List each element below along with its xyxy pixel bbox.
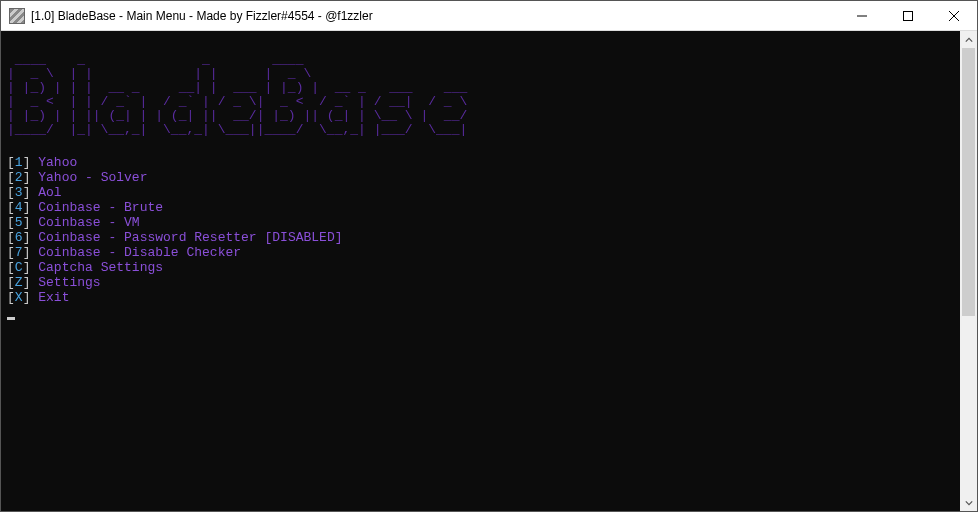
chevron-up-icon — [965, 36, 973, 44]
menu-item[interactable]: [C] Captcha Settings — [7, 260, 954, 275]
menu-key: X — [15, 290, 23, 305]
app-icon — [9, 8, 25, 24]
bracket-open: [ — [7, 230, 15, 245]
bracket-close: ] — [23, 260, 39, 275]
menu-item[interactable]: [5] Coinbase - VM — [7, 215, 954, 230]
bracket-close: ] — [23, 290, 39, 305]
menu-label: Exit — [38, 290, 69, 305]
close-icon — [949, 11, 959, 21]
menu-label: Yahoo — [38, 155, 77, 170]
app-window: [1.0] BladeBase - Main Menu - Made by Fi… — [0, 0, 978, 512]
menu-key: 4 — [15, 200, 23, 215]
menu-label: Settings — [38, 275, 100, 290]
maximize-icon — [903, 11, 913, 21]
bracket-open: [ — [7, 155, 15, 170]
scroll-track[interactable] — [960, 48, 977, 494]
menu-label: Coinbase - Disable Checker — [38, 245, 241, 260]
scroll-up-button[interactable] — [960, 31, 977, 48]
bracket-close: ] — [23, 170, 39, 185]
bracket-open: [ — [7, 245, 15, 260]
close-button[interactable] — [931, 1, 977, 30]
bracket-open: [ — [7, 185, 15, 200]
bracket-close: ] — [23, 185, 39, 200]
console-output[interactable]: ____ _ _ ____ | _ \ | | | | | _ \ | |_) … — [1, 31, 960, 511]
vertical-scrollbar[interactable] — [960, 31, 977, 511]
menu-label: Coinbase - Password Resetter [DISABLED] — [38, 230, 342, 245]
bracket-open: [ — [7, 290, 15, 305]
menu-item[interactable]: [3] Aol — [7, 185, 954, 200]
menu-item[interactable]: [1] Yahoo — [7, 155, 954, 170]
bracket-close: ] — [23, 245, 39, 260]
titlebar[interactable]: [1.0] BladeBase - Main Menu - Made by Fi… — [1, 1, 977, 31]
window-controls — [839, 1, 977, 30]
bracket-open: [ — [7, 170, 15, 185]
bracket-open: [ — [7, 275, 15, 290]
menu-item[interactable]: [X] Exit — [7, 290, 954, 305]
menu-key: C — [15, 260, 23, 275]
minimize-button[interactable] — [839, 1, 885, 30]
menu-list: [1] Yahoo[2] Yahoo - Solver[3] Aol[4] Co… — [7, 155, 954, 305]
window-title: [1.0] BladeBase - Main Menu - Made by Fi… — [31, 9, 839, 23]
text-cursor — [7, 317, 15, 320]
ascii-logo: ____ _ _ ____ | _ \ | | | | | _ \ | |_) … — [7, 53, 954, 137]
menu-label: Captcha Settings — [38, 260, 163, 275]
maximize-button[interactable] — [885, 1, 931, 30]
menu-item[interactable]: [4] Coinbase - Brute — [7, 200, 954, 215]
menu-key: Z — [15, 275, 23, 290]
menu-item[interactable]: [Z] Settings — [7, 275, 954, 290]
menu-label: Yahoo - Solver — [38, 170, 147, 185]
chevron-down-icon — [965, 499, 973, 507]
bracket-close: ] — [23, 215, 39, 230]
menu-item[interactable]: [7] Coinbase - Disable Checker — [7, 245, 954, 260]
bracket-close: ] — [23, 275, 39, 290]
bracket-close: ] — [23, 155, 39, 170]
menu-label: Coinbase - VM — [38, 215, 139, 230]
menu-key: 6 — [15, 230, 23, 245]
menu-key: 7 — [15, 245, 23, 260]
svg-rect-1 — [904, 11, 913, 20]
menu-item[interactable]: [6] Coinbase - Password Resetter [DISABL… — [7, 230, 954, 245]
bracket-open: [ — [7, 260, 15, 275]
menu-label: Aol — [38, 185, 61, 200]
menu-key: 3 — [15, 185, 23, 200]
menu-label: Coinbase - Brute — [38, 200, 163, 215]
bracket-close: ] — [23, 200, 39, 215]
menu-item[interactable]: [2] Yahoo - Solver — [7, 170, 954, 185]
scroll-down-button[interactable] — [960, 494, 977, 511]
menu-key: 5 — [15, 215, 23, 230]
client-area: ____ _ _ ____ | _ \ | | | | | _ \ | |_) … — [1, 31, 977, 511]
bracket-open: [ — [7, 200, 15, 215]
menu-key: 1 — [15, 155, 23, 170]
bracket-close: ] — [23, 230, 39, 245]
minimize-icon — [857, 11, 867, 21]
scroll-thumb[interactable] — [962, 48, 975, 316]
bracket-open: [ — [7, 215, 15, 230]
menu-key: 2 — [15, 170, 23, 185]
